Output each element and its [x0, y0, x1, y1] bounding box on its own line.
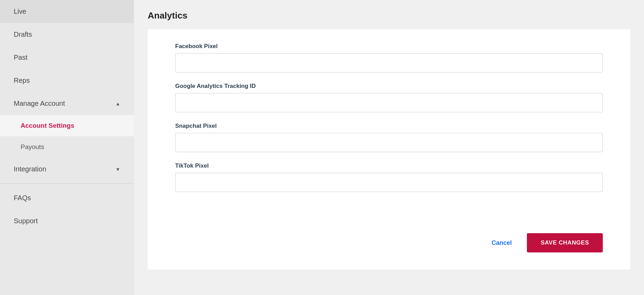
sidebar-item-faqs[interactable]: FAQs — [0, 186, 134, 209]
tiktok-pixel-group: TikTok Pixel — [175, 162, 603, 192]
snapchat-pixel-label: Snapchat Pixel — [175, 123, 603, 129]
sidebar-item-live-label: Live — [14, 8, 26, 15]
google-analytics-label: Google Analytics Tracking ID — [175, 83, 603, 90]
sidebar-item-payouts-label: Payouts — [21, 143, 44, 150]
google-analytics-input[interactable] — [175, 93, 603, 112]
sidebar: Live Drafts Past Reps Manage Account ▲ A… — [0, 0, 134, 295]
cancel-button[interactable]: Cancel — [485, 236, 519, 250]
sidebar-item-past-label: Past — [14, 54, 27, 61]
sidebar-nav: Live Drafts Past Reps Manage Account ▲ A… — [0, 0, 134, 295]
sidebar-item-support[interactable]: Support — [0, 209, 134, 232]
snapchat-pixel-input[interactable] — [175, 133, 603, 152]
chevron-down-icon: ▼ — [115, 167, 120, 172]
sidebar-item-faqs-label: FAQs — [14, 194, 31, 202]
content-card: Facebook Pixel Google Analytics Tracking… — [148, 29, 630, 270]
sidebar-item-reps[interactable]: Reps — [0, 69, 134, 92]
sidebar-item-reps-label: Reps — [14, 77, 30, 84]
sidebar-item-drafts[interactable]: Drafts — [0, 23, 134, 46]
sidebar-item-account-settings[interactable]: Account Settings — [0, 115, 134, 136]
tiktok-pixel-input[interactable] — [175, 173, 603, 192]
sidebar-item-integration-label: Integration — [14, 165, 46, 173]
form-fields: Facebook Pixel Google Analytics Tracking… — [175, 43, 603, 219]
sidebar-item-payouts[interactable]: Payouts — [0, 136, 134, 158]
google-analytics-group: Google Analytics Tracking ID — [175, 83, 603, 112]
form-actions: Cancel SAVE CHANGES — [175, 230, 603, 252]
sidebar-item-live[interactable]: Live — [0, 0, 134, 23]
snapchat-pixel-group: Snapchat Pixel — [175, 123, 603, 152]
sidebar-item-past[interactable]: Past — [0, 46, 134, 69]
facebook-pixel-input[interactable] — [175, 53, 603, 72]
sidebar-bottom: FAQs Support — [0, 186, 134, 239]
sidebar-item-drafts-label: Drafts — [14, 31, 32, 38]
facebook-pixel-group: Facebook Pixel — [175, 43, 603, 72]
sidebar-item-integration[interactable]: Integration ▼ — [0, 158, 134, 181]
sidebar-item-account-settings-label: Account Settings — [21, 122, 74, 129]
page-title: Analytics — [148, 10, 630, 21]
sidebar-item-manage-account[interactable]: Manage Account ▲ — [0, 92, 134, 115]
facebook-pixel-label: Facebook Pixel — [175, 43, 603, 50]
sidebar-item-support-label: Support — [14, 217, 38, 225]
sidebar-item-manage-account-label: Manage Account — [14, 100, 65, 107]
save-changes-button[interactable]: SAVE CHANGES — [527, 233, 603, 252]
tiktok-pixel-label: TikTok Pixel — [175, 162, 603, 169]
main-content: Analytics Facebook Pixel Google Analytic… — [134, 0, 644, 295]
sidebar-divider — [0, 183, 134, 184]
chevron-up-icon: ▲ — [115, 101, 120, 106]
